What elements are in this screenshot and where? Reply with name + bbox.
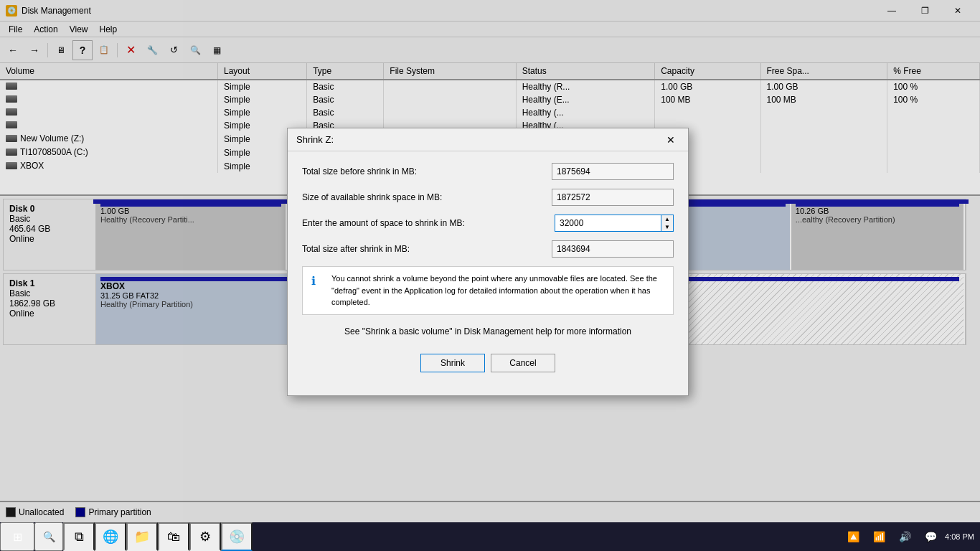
taskbar-right: 🔼 📶 🔊 💬 4:08 PM xyxy=(842,522,980,551)
taskbar-time: 4:08 PM xyxy=(945,532,974,541)
info-icon: ℹ xyxy=(311,273,326,309)
explorer-button[interactable]: 📁 xyxy=(126,522,158,551)
chevron-up-icon[interactable]: 🔼 xyxy=(842,522,864,551)
chrome-button[interactable]: 🌐 xyxy=(95,522,126,551)
volume-icon[interactable]: 🔊 xyxy=(893,522,916,551)
shrink-dialog: Shrink Z: ✕ Total size before shrink in … xyxy=(287,128,689,396)
taskview-button[interactable]: ⧉ xyxy=(63,522,95,551)
taskbar: ⊞ 🔍 ⧉ 🌐 📁 🛍 ⚙ 💿 🔼 📶 🔊 💬 4:08 PM xyxy=(0,522,980,551)
diskmgmt-button[interactable]: 💿 xyxy=(221,522,253,551)
modal-overlay: Shrink Z: ✕ Total size before shrink in … xyxy=(0,0,980,522)
total-after-field: Total size after shrink in MB: xyxy=(302,240,674,258)
shrink-amount-label: Enter the amount of space to shrink in M… xyxy=(302,218,555,228)
cancel-button[interactable]: Cancel xyxy=(491,354,555,372)
shrink-amount-input[interactable] xyxy=(555,215,661,232)
shrink-amount-field: Enter the amount of space to shrink in M… xyxy=(302,215,674,232)
search-button[interactable]: 🔍 xyxy=(34,522,63,551)
store-button[interactable]: 🛍 xyxy=(158,522,189,551)
network-icon[interactable]: 📶 xyxy=(867,522,890,551)
taskbar-apps: ⧉ 🌐 📁 🛍 ⚙ 💿 xyxy=(63,522,253,551)
settings-button[interactable]: ⚙ xyxy=(189,522,221,551)
dialog-close-button[interactable]: ✕ xyxy=(662,131,679,149)
available-space-field: Size of available shrink space in MB: xyxy=(302,189,674,206)
clock-time: 4:08 PM xyxy=(945,532,974,541)
shrink-button[interactable]: Shrink xyxy=(420,354,485,372)
available-space-input xyxy=(552,189,674,206)
info-box: ℹ You cannot shrink a volume beyond the … xyxy=(302,266,674,315)
total-size-input xyxy=(552,163,674,180)
dialog-footer: Shrink Cancel xyxy=(302,348,674,384)
total-after-input xyxy=(552,240,674,258)
total-after-label: Total size after shrink in MB: xyxy=(302,244,552,254)
spin-up-button[interactable]: ▲ xyxy=(661,215,673,223)
available-space-label: Size of available shrink space in MB: xyxy=(302,192,552,202)
total-size-field: Total size before shrink in MB: xyxy=(302,163,674,180)
spin-buttons: ▲ ▼ xyxy=(661,215,674,232)
dialog-body: Total size before shrink in MB: Size of … xyxy=(288,151,688,395)
dialog-title: Shrink Z: xyxy=(296,134,334,145)
notification-icon[interactable]: 💬 xyxy=(919,522,942,551)
spin-down-button[interactable]: ▼ xyxy=(661,223,673,231)
help-text: See "Shrink a basic volume" in Disk Mana… xyxy=(302,326,674,336)
info-text: You cannot shrink a volume beyond the po… xyxy=(331,273,664,309)
dialog-title-bar: Shrink Z: ✕ xyxy=(288,128,688,151)
shrink-amount-spinner[interactable]: ▲ ▼ xyxy=(555,215,674,232)
start-button[interactable]: ⊞ xyxy=(0,522,34,551)
total-size-label: Total size before shrink in MB: xyxy=(302,166,552,176)
